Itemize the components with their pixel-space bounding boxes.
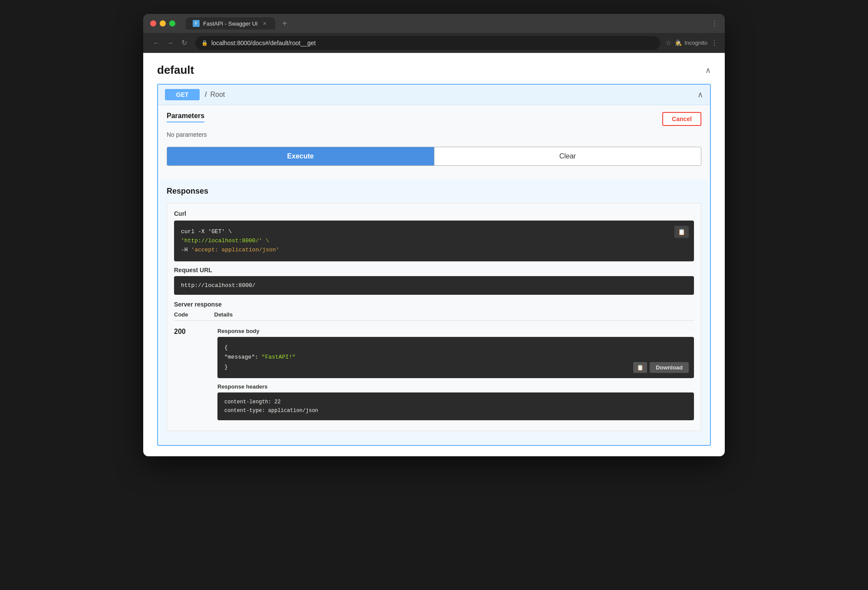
tab-close-button[interactable]: × [261,20,268,27]
page-content: default ∧ GET / Root ∧ Parameters Cancel… [143,53,725,456]
curl-copy-button[interactable]: 📋 [674,226,689,238]
response-copy-button[interactable]: 📋 [633,362,647,373]
browser-menu-icon[interactable]: ⋮ [711,39,718,47]
response-body-line3: } [224,364,228,370]
curl-label: Curl [174,210,694,217]
forward-button[interactable]: → [164,37,176,49]
execute-area: Execute Clear [167,147,701,166]
response-header-content-length: content-length: 22 [224,399,281,405]
response-headers-label: Response headers [217,383,694,390]
request-url-code-block: http://localhost:8000/ [174,276,694,295]
no-parameters-text: No parameters [167,131,701,138]
url-bar[interactable]: 🔒 localhost:8000/docs#/default/root__get [195,36,660,50]
close-traffic-light[interactable] [150,20,156,26]
curl-line3-prefix: -H [181,247,191,253]
incognito-icon: 🕵 [675,40,682,46]
new-tab-button[interactable]: + [279,17,291,30]
traffic-lights [150,20,175,26]
maximize-traffic-light[interactable] [169,20,175,26]
curl-line1: curl -X 'GET' \ [181,228,232,235]
bookmark-icon[interactable]: ☆ [665,39,671,47]
incognito-label: Incognito [684,40,707,46]
response-body-label: Response body [217,328,694,334]
browser-actions: ☆ 🕵 Incognito ⋮ [665,39,718,47]
curl-line2: 'http://localhost:8000/' \ [181,237,269,244]
browser-settings-icon[interactable]: ⋮ [711,20,718,28]
back-button[interactable]: ← [150,37,162,49]
response-body-value: "FastAPI!" [262,354,296,360]
response-body-code-block: { "message": "FastAPI!" } 📋 Download [217,337,694,378]
minimize-traffic-light[interactable] [160,20,166,26]
lock-icon: 🔒 [201,40,208,46]
cancel-button[interactable]: Cancel [662,112,701,126]
incognito-indicator: 🕵 Incognito [675,40,707,46]
endpoint-header[interactable]: GET / Root ∧ [158,85,710,105]
response-code-200: 200 [174,328,200,336]
browser-titlebar: F FastAPI - Swagger UI × + ⋮ [143,14,725,33]
clear-button[interactable]: Clear [434,147,701,165]
section-header: default ∧ [157,63,711,77]
download-button[interactable]: Download [650,362,689,373]
params-header-row: Parameters Cancel [167,112,701,126]
details-column-header: Details [214,311,233,318]
endpoint-description: Root [210,91,225,99]
url-text: localhost:8000/docs#/default/root__get [211,40,316,46]
tab-favicon: F [193,20,200,27]
parameters-section: Parameters Cancel No parameters Execute … [158,105,710,180]
response-headers-code-block: content-length: 22 content-type: applica… [217,392,694,421]
tab-title: FastAPI - Swagger UI [203,20,258,27]
server-response-label: Server response [174,301,694,308]
responses-section: Responses Curl curl -X 'GET' \ 'http://l… [158,180,710,445]
endpoint-path: / [205,91,207,99]
method-badge: GET [165,89,200,100]
download-area: 📋 Download [633,362,689,373]
response-details: Response body { "message": "FastAPI!" } … [217,328,694,420]
refresh-button[interactable]: ↻ [178,37,190,49]
response-header-content-type: content-type: application/json [224,408,318,414]
section-title: default [157,63,194,77]
request-url-label: Request URL [174,267,694,274]
execute-button[interactable]: Execute [167,147,434,165]
curl-line3: 'accept: application/json' [191,247,279,253]
section-collapse-button[interactable]: ∧ [705,66,711,75]
nav-buttons: ← → ↻ [150,37,190,49]
response-body-line1: { [224,344,228,351]
endpoint-collapse-icon[interactable]: ∧ [697,90,703,99]
response-table: Code Details 200 Response body { "messag… [174,311,694,424]
response-body-line2-prefix: "message": [224,354,262,360]
request-url-value: http://localhost:8000/ [181,282,256,289]
address-bar: ← → ↻ 🔒 localhost:8000/docs#/default/roo… [143,33,725,53]
response-table-header: Code Details [174,311,694,321]
code-column-header: Code [174,311,188,318]
curl-block: Curl curl -X 'GET' \ 'http://localhost:8… [167,203,701,431]
response-row-200: 200 Response body { "message": "FastAPI!… [174,324,694,424]
active-tab[interactable]: F FastAPI - Swagger UI × [186,17,275,30]
browser-window: F FastAPI - Swagger UI × + ⋮ ← → ↻ 🔒 loc… [143,14,725,456]
tab-bar: F FastAPI - Swagger UI × + [186,17,706,30]
parameters-title: Parameters [167,112,204,122]
endpoint-panel: GET / Root ∧ Parameters Cancel No parame… [157,84,711,446]
responses-title: Responses [167,187,701,196]
curl-code-block: curl -X 'GET' \ 'http://localhost:8000/'… [174,221,694,261]
